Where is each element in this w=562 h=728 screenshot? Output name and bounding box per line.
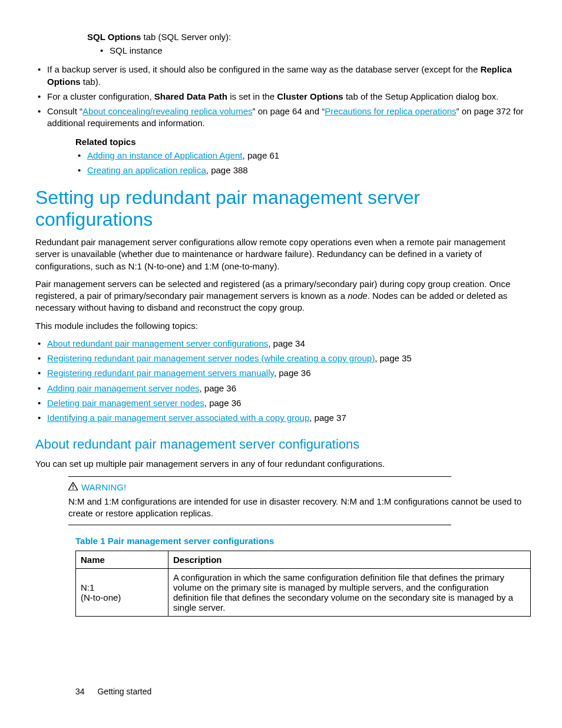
para-module-topics: This module includes the following topic…	[35, 320, 527, 332]
table-title: Table 1 Pair management server configura…	[75, 536, 527, 546]
cell-name: N:1 (N-to-one)	[76, 569, 168, 617]
txt-italic: node	[348, 291, 367, 301]
link-create-replica[interactable]: Creating an application replica	[87, 165, 206, 175]
table-header-row: Name Description	[76, 551, 531, 569]
topic-item: Identifying a pair management server ass…	[35, 412, 527, 424]
related-item: Creating an application replica, page 38…	[75, 164, 527, 176]
topic-item: About redundant pair management server c…	[35, 338, 527, 350]
warning-label: WARNING!	[81, 482, 126, 492]
heading-setting-up: Setting up redundant pair management ser…	[35, 187, 527, 230]
name-line1: N:1	[81, 582, 163, 592]
tail: , page 35	[375, 353, 412, 363]
para-about: You can set up multiple pair management …	[35, 458, 527, 470]
svg-point-1	[72, 488, 74, 489]
related-topics-heading: Related topics	[75, 137, 527, 147]
link-registering-manual[interactable]: Registering redundant pair management se…	[47, 368, 274, 378]
link-about-redundant[interactable]: About redundant pair management server c…	[47, 338, 268, 348]
txt: is set in the	[227, 91, 277, 101]
warning-body: N:M and 1:M configurations are intended …	[68, 496, 527, 520]
tail: , page 34	[268, 338, 305, 348]
bullet-backup: If a backup server is used, it should al…	[35, 64, 527, 88]
link-registering-nodes[interactable]: Registering redundant pair management se…	[47, 353, 375, 363]
txt: tab of the Setup Application dialog box.	[343, 91, 499, 101]
link-deleting-nodes[interactable]: Deleting pair management server nodes	[47, 398, 204, 408]
col-name: Name	[76, 551, 168, 569]
topic-item: Registering redundant pair management se…	[35, 353, 527, 364]
tail: , page 36	[200, 383, 237, 393]
txt: tab).	[81, 77, 101, 87]
topic-item: Adding pair management server nodes, pag…	[35, 383, 527, 394]
txt: For a cluster configuration,	[47, 91, 154, 101]
txt: ” on page 64 and “	[253, 106, 325, 116]
topic-item: Deleting pair management server nodes, p…	[35, 397, 527, 409]
tail: , page 388	[206, 165, 248, 175]
warning-block: WARNING! N:M and 1:M configurations are …	[68, 476, 527, 526]
related-list: Adding an instance of Application Agent,…	[75, 150, 527, 177]
topic-item: Registering redundant pair management se…	[35, 367, 527, 379]
tail: , page 36	[274, 368, 311, 378]
config-table: Name Description N:1 (N-to-one) A config…	[75, 551, 531, 617]
topics-list: About redundant pair management server c…	[35, 338, 527, 424]
warning-header: WARNING!	[68, 482, 527, 492]
page: SQL Options tab (SQL Server only): SQL i…	[0, 0, 562, 728]
heading-about-redundant: About redundant pair management server c…	[35, 437, 527, 452]
divider	[68, 525, 451, 525]
txt: If a backup server is used, it should al…	[47, 64, 480, 74]
name-line2: (N-to-one)	[81, 592, 163, 602]
sql-sub-item: SQL instance	[98, 45, 527, 57]
top-block: SQL Options tab (SQL Server only): SQL i…	[87, 32, 527, 57]
section-name: Getting started	[97, 687, 151, 696]
top-bullets: If a backup server is used, it should al…	[35, 64, 527, 129]
divider	[68, 476, 451, 477]
link-precautions[interactable]: Precautions for replica operations	[325, 106, 456, 116]
table-row: N:1 (N-to-one) A configuration in which …	[76, 569, 531, 617]
txt-bold: Shared Data Path	[154, 91, 227, 101]
related-topics: Related topics Adding an instance of App…	[75, 137, 527, 177]
link-adding-nodes[interactable]: Adding pair management server nodes	[47, 383, 200, 393]
link-identifying[interactable]: Identifying a pair management server ass…	[47, 413, 309, 423]
bullet-cluster: For a cluster configuration, Shared Data…	[35, 91, 527, 103]
page-footer: 34 Getting started	[75, 687, 151, 696]
sql-options-line: SQL Options tab (SQL Server only):	[87, 32, 527, 42]
related-item: Adding an instance of Application Agent,…	[75, 150, 527, 162]
tail: , page 37	[309, 413, 346, 423]
bullet-consult: Consult “About concealing/revealing repl…	[35, 106, 527, 130]
warning-icon	[68, 482, 78, 492]
sql-options-rest: tab (SQL Server only):	[141, 32, 231, 42]
col-description: Description	[168, 551, 531, 569]
sql-options-bold: SQL Options	[87, 32, 141, 42]
link-add-instance[interactable]: Adding an instance of Application Agent	[87, 150, 243, 160]
tail: , page 61	[243, 150, 280, 160]
cell-desc: A configuration in which the same config…	[168, 569, 531, 617]
link-conceal[interactable]: About concealing/revealing replica volum…	[82, 106, 253, 116]
txt-bold: Cluster Options	[277, 91, 343, 101]
tail: , page 36	[204, 398, 242, 408]
para-redundant-intro: Redundant pair management server configu…	[35, 236, 527, 272]
page-number: 34	[75, 687, 85, 696]
para-pair-mgmt: Pair management servers can be selected …	[35, 278, 527, 314]
table-section: Table 1 Pair management server configura…	[75, 536, 527, 617]
sql-sub-list: SQL instance	[98, 45, 527, 57]
txt: Consult “	[47, 106, 82, 116]
